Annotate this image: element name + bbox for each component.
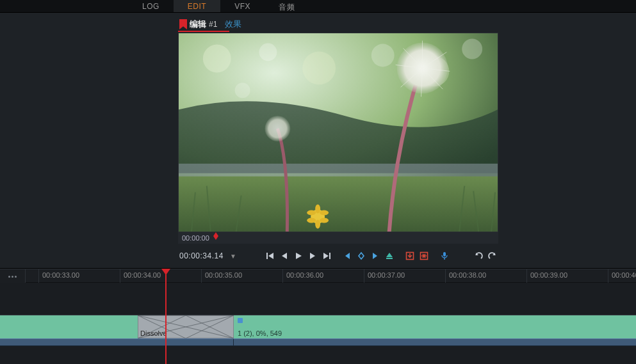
transport-timecode[interactable]: 00:00:34.14 [179,251,224,260]
svg-point-4 [371,44,395,67]
timeline-ruler[interactable]: 00:00:33.0000:00:34.0000:00:35.0000:00:3… [0,269,636,283]
timeline-options-button[interactable] [0,269,26,283]
go-last-button[interactable] [321,250,332,262]
svg-point-7 [235,83,250,98]
video-track[interactable]: Dissolve 1 (2), 0%, 549 [0,315,636,338]
go-first-button[interactable] [265,250,276,262]
audio-track[interactable] [0,338,636,346]
svg-rect-34 [329,253,330,259]
svg-point-29 [320,218,329,223]
timeline: 00:00:33.0000:00:34.0000:00:35.0000:00:3… [0,269,636,364]
svg-point-32 [307,210,316,216]
scrub-marker[interactable] [211,234,218,242]
ruler-tick: 00:00:39.00 [530,271,567,279]
scrub-bar[interactable]: 00:00:00 [178,232,498,244]
step-forward-button[interactable] [307,250,318,262]
svg-point-3 [302,52,336,85]
svg-rect-41 [443,252,446,257]
clip-marker-icon [238,318,243,323]
more-icon [8,276,17,278]
tab-vfx[interactable]: VFX [220,0,265,12]
svg-point-30 [315,219,320,228]
mark-out-button[interactable] [370,250,381,262]
ruler-tick: 00:00:34.00 [124,271,161,279]
svg-point-27 [315,205,320,214]
tab-audio[interactable]: 音频 [265,0,309,12]
step-back-button[interactable] [279,250,290,262]
viewer-area: 编辑 #1 效果 [0,13,636,269]
overwrite-button[interactable] [404,250,416,262]
viewer-tab-num: #1 [209,20,217,29]
dissolve-label: Dissolve [140,329,167,337]
svg-point-6 [462,39,482,59]
svg-point-31 [307,218,316,223]
svg-rect-33 [266,253,268,259]
insert-button[interactable] [418,250,430,262]
mark-in-button[interactable] [341,250,353,262]
viewer-tab-fx[interactable]: 效果 [225,19,241,30]
svg-point-28 [320,210,329,216]
clip-b[interactable]: 1 (2), 0%, 549 [234,315,636,338]
redo-button[interactable] [487,250,498,262]
svg-rect-9 [179,177,498,232]
mark-clear-button[interactable] [355,250,367,262]
ruler-tick: 00:00:37.00 [368,271,405,279]
dissolve-transition[interactable]: Dissolve [138,315,234,338]
svg-rect-35 [386,258,393,259]
viewer-tab-edit[interactable]: 编辑 [190,19,206,30]
viewer-tab-underline [178,31,229,32]
ruler-tick: 00:00:35.00 [205,271,242,279]
mark-up-button[interactable] [384,250,395,262]
undo-button[interactable] [473,250,484,262]
transport-bar: 00:00:34.14 ▼ [178,248,498,264]
bookmark-icon [179,19,187,29]
ruler-tick: 00:00:33.00 [42,271,79,279]
ruler-tick: 00:00:36.00 [286,271,323,279]
clip-b-label: 1 (2), 0%, 549 [238,329,282,337]
timeline-tracks: Dissolve 1 (2), 0%, 549 [0,283,636,364]
ruler-tick: 00:00:40. [612,271,636,279]
workspace-tabs: LOG EDIT VFX 音频 [0,0,636,13]
scrub-timecode: 00:00:00 [182,234,209,242]
viewer-tabs: 编辑 #1 效果 [178,18,498,31]
svg-point-2 [259,44,277,61]
timecode-dropdown[interactable]: ▼ [230,253,236,260]
ruler-tick: 00:00:38.00 [449,271,486,279]
svg-point-1 [203,45,231,73]
play-button[interactable] [293,250,304,262]
tab-edit[interactable]: EDIT [174,0,220,12]
mic-button[interactable] [439,250,450,262]
program-monitor[interactable] [178,33,498,232]
tab-log[interactable]: LOG [128,0,174,12]
svg-point-16 [265,116,290,141]
